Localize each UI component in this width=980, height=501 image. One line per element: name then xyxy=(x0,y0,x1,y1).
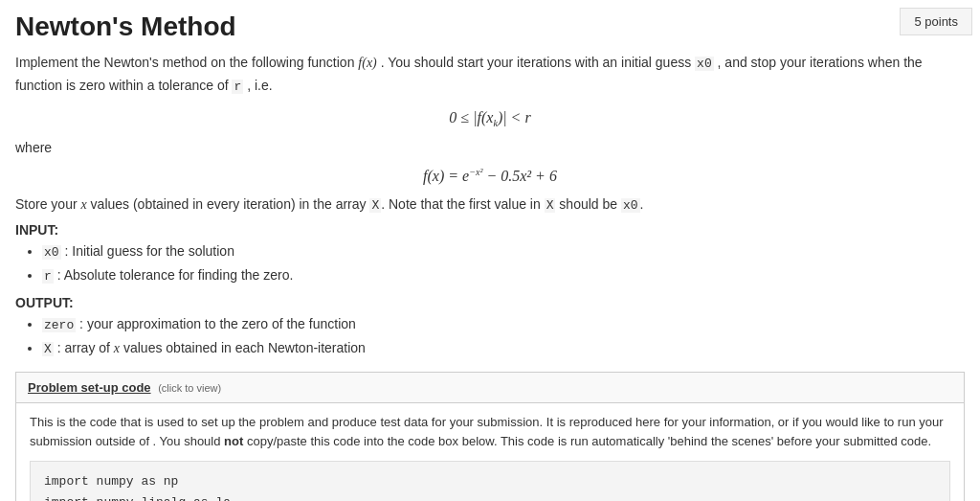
store-text: Store your x values (obtained in every i… xyxy=(15,196,965,213)
problem-setup-body: This is the code that is used to set up … xyxy=(16,403,964,501)
input-list: x0 : Initial guess for the solution r : … xyxy=(42,241,965,285)
setup-header-text: Problem set-up code xyxy=(28,380,151,395)
output-X-text: : array of xyxy=(54,340,114,355)
intro-fx-formula: f(x) xyxy=(358,55,376,70)
store-period: . xyxy=(640,196,644,212)
input-label: INPUT: xyxy=(15,222,965,238)
output-zero-text: : your approximation to the zero of the … xyxy=(76,316,356,331)
setup-click-hint: (click to view) xyxy=(158,382,221,394)
input-x0-code: x0 xyxy=(42,245,61,260)
setup-not-emphasis: not xyxy=(224,434,243,448)
output-zero-code: zero xyxy=(42,318,76,332)
intro-text-prefix: Implement the Newton's method on the fol… xyxy=(15,55,354,70)
intro-r: r xyxy=(232,80,243,94)
store-X2: X xyxy=(545,198,556,213)
problem-setup-header[interactable]: Problem set-up code (click to view) xyxy=(16,373,964,403)
problem-setup-box: Problem set-up code (click to view) This… xyxy=(15,372,965,501)
input-r-code: r xyxy=(42,269,54,284)
output-X-code: X xyxy=(42,342,54,356)
store-prefix: Store your xyxy=(15,196,80,212)
intro-x0: x0 xyxy=(695,57,714,71)
output-item-X: X : array of x values obtained in each N… xyxy=(42,338,965,359)
setup-code-block: import numpy as np import numpy.linalg a… xyxy=(30,461,950,501)
store-mid: values (obtained in every iteration) in … xyxy=(87,196,370,212)
where-text: where xyxy=(15,140,965,155)
output-list: zero : your approximation to the zero of… xyxy=(42,314,965,358)
input-item-r: r : Absolute tolerance for finding the z… xyxy=(42,265,965,286)
input-r-text: : Absolute tolerance for finding the zer… xyxy=(54,267,294,283)
tolerance-formula: 0 ≤ |f(xk)| < r xyxy=(15,109,965,128)
points-badge: 5 points xyxy=(900,8,972,35)
fx-formula: f(x) = e−x² − 0.5x² + 6 xyxy=(15,167,965,185)
intro-text-end: , i.e. xyxy=(247,78,272,93)
intro-paragraph: Implement the Newton's method on the fol… xyxy=(15,52,965,98)
input-item-x0: x0 : Initial guess for the solution xyxy=(42,241,965,262)
page-title: Newton's Method xyxy=(15,11,965,42)
store-X: X xyxy=(369,198,381,213)
store-suffix: . Note that the first value in xyxy=(381,196,544,212)
output-X-suffix: values obtained in each Newton-iteration xyxy=(120,340,366,355)
input-x0-text: : Initial guess for the solution xyxy=(61,243,234,259)
store-x0: x0 xyxy=(621,198,640,213)
output-item-zero: zero : your approximation to the zero of… xyxy=(42,314,965,335)
intro-text-suffix: . You should start your iterations with … xyxy=(381,55,692,70)
output-label: OUTPUT: xyxy=(15,295,965,310)
store-end: should be xyxy=(555,196,621,212)
setup-description: This is the code that is used to set up … xyxy=(30,413,950,451)
